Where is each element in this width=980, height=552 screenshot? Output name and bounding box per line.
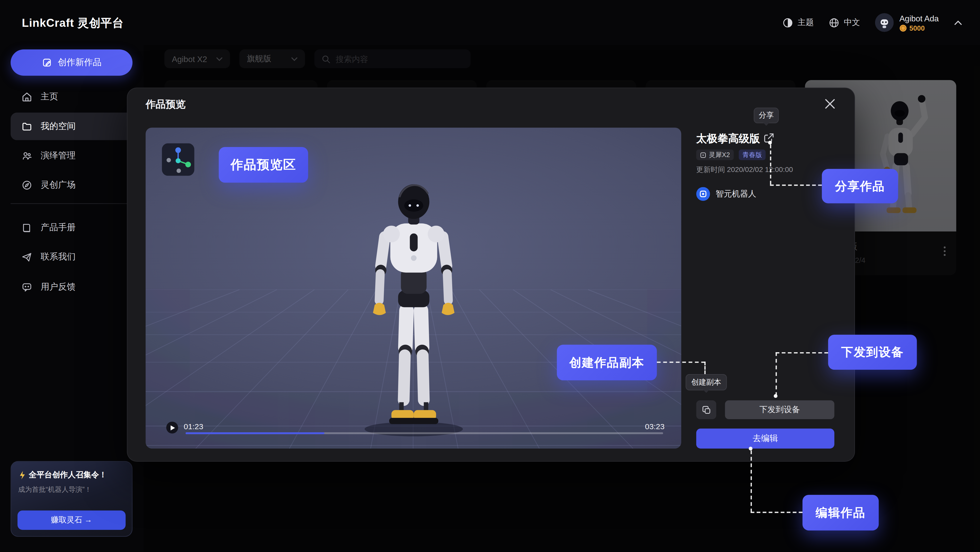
promo-title: 全平台创作人召集令！ [29, 470, 107, 480]
create-work-label: 创作新作品 [58, 57, 102, 68]
work-preview-modal: 作品预览 [127, 88, 855, 462]
sidebar: 创作新作品 主页 我的空间 演绎管理 灵创广场 产品手册 联系我们 [0, 45, 144, 552]
language-label: 中文 [844, 17, 860, 28]
sidebar-item-manual[interactable]: 产品手册 [11, 214, 133, 241]
current-time: 01:23 [184, 422, 203, 431]
player-progress-fill [186, 432, 324, 434]
header-actions: 主题 中文 Agibot Ada 5000 [783, 0, 963, 45]
sidebar-item-performance[interactable]: 演绎管理 [11, 142, 133, 170]
sidebar-item-label: 我的空间 [41, 121, 76, 132]
sidebar-item-label: 用户反馈 [41, 281, 76, 293]
app-root: LinkCraft 灵创平台 主题 中文 Agibot Ada 5000 [0, 0, 980, 552]
play-button[interactable] [166, 422, 178, 434]
updated-time: 更新时间 2020/02/02 12:00:00 [696, 165, 793, 174]
go-edit-button[interactable]: 去编辑 [696, 428, 834, 448]
sidebar-item-feedback[interactable]: 用户反馈 [11, 273, 133, 301]
paper-plane-icon [21, 252, 33, 263]
author-row: 智元机器人 [696, 187, 756, 201]
axis-gizmo[interactable] [162, 143, 194, 175]
top-bar: LinkCraft 灵创平台 主题 中文 Agibot Ada 5000 [0, 0, 980, 45]
sidebar-item-label: 演绎管理 [41, 150, 76, 161]
sidebar-item-contact[interactable]: 联系我们 [11, 243, 133, 271]
earn-gems-button[interactable]: 赚取灵石 → [18, 511, 126, 530]
chevron-up-icon[interactable] [954, 20, 963, 26]
sidebar-item-label: 灵创广场 [41, 179, 76, 191]
preview-viewport[interactable]: 01:23 03:23 [146, 128, 681, 448]
lightning-icon [18, 471, 25, 480]
total-time: 03:23 [645, 422, 665, 431]
chip-icon [700, 152, 706, 158]
theme-toggle[interactable]: 主题 [783, 17, 814, 28]
theme-label: 主题 [798, 17, 814, 28]
users-icon [21, 150, 33, 161]
globe-icon [829, 17, 839, 28]
work-title: 太极拳高级版 [696, 131, 760, 146]
sidebar-item-my-space[interactable]: 我的空间 [11, 113, 133, 140]
folder-icon [21, 121, 33, 132]
promo-subtitle: 成为首批“机器人导演”！ [18, 485, 125, 494]
close-icon[interactable] [824, 98, 836, 109]
promo-title-row: 全平台创作人召集令！ [18, 470, 125, 480]
user-menu[interactable]: Agibot Ada 5000 [875, 13, 939, 32]
tag-row: 灵犀X2 青春版 [696, 150, 766, 160]
robot-3d-model [330, 176, 498, 439]
author-avatar [696, 187, 710, 201]
sidebar-item-label: 产品手册 [41, 222, 76, 233]
avatar [875, 13, 894, 32]
compass-icon [21, 179, 33, 191]
send-to-device-button[interactable]: 下发到设备 [725, 400, 834, 419]
sidebar-item-label: 联系我们 [41, 252, 76, 263]
user-name: Agibot Ada [899, 13, 939, 23]
sidebar-item-home[interactable]: 主页 [11, 83, 133, 111]
language-switcher[interactable]: 中文 [829, 17, 860, 28]
seek-bar[interactable] [186, 432, 663, 434]
home-icon [21, 91, 33, 103]
promo-card: 全平台创作人召集令！ 成为首批“机器人导演”！ 赚取灵石 → [11, 461, 132, 537]
app-logo: LinkCraft 灵创平台 [22, 16, 124, 30]
coin-balance: 5000 [899, 24, 939, 32]
user-meta: Agibot Ada 5000 [899, 13, 939, 32]
model-tag: 灵犀X2 [696, 150, 733, 160]
book-icon [21, 222, 33, 233]
copy-work-button[interactable] [696, 400, 716, 419]
sidebar-item-label: 主页 [41, 91, 58, 103]
coin-amount: 5000 [910, 24, 925, 32]
edit-square-icon [42, 57, 52, 68]
copy-icon [701, 405, 711, 415]
share-icon[interactable] [762, 132, 775, 145]
edition-tag: 青春版 [739, 150, 766, 160]
chat-bubble-icon [21, 281, 33, 293]
play-icon [170, 425, 175, 430]
author-name: 智元机器人 [716, 188, 756, 199]
coin-icon [899, 24, 907, 32]
sidebar-item-square[interactable]: 灵创广场 [11, 171, 133, 199]
sidebar-divider [11, 203, 133, 204]
modal-title: 作品预览 [146, 98, 186, 111]
create-work-button[interactable]: 创作新作品 [11, 49, 132, 76]
theme-icon [783, 17, 793, 28]
